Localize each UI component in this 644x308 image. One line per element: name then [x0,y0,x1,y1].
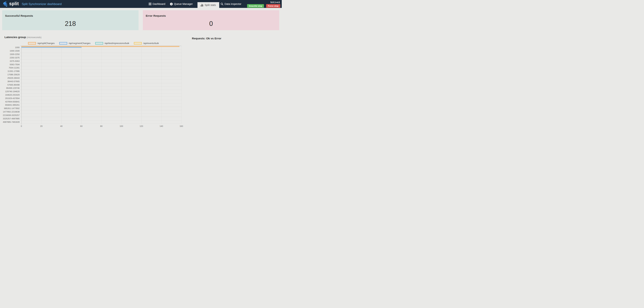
graceful-stop-button[interactable]: Graceful stop [247,4,264,8]
y-tick-label: 1500-2250 [10,53,20,55]
latencies-title-unit: (microseconds) [27,36,42,39]
requests-chart-section: Requests: Ok vs Error [187,30,282,124]
y-tick-label: 86498-129746 [6,87,20,89]
y-tick-label: 17086-25629 [7,74,20,76]
nav-item-queue-manager[interactable]: Queue Manager [170,2,193,6]
nav-meta: 5.0.1-rc1 Graceful stop Force stop [247,0,280,8]
y-tick-label: 985261-1477892 [4,107,20,110]
latencies-chart-section: Latencies group(microseconds) /api/split… [0,30,187,124]
row-gridline [20,83,181,83]
x-tick-label: 20 [40,125,42,127]
y-tick-label: 194620-291929 [5,94,20,96]
y-tick-label: 5063-7594 [10,64,20,66]
legend-item[interactable]: /api/events/bulk [134,42,159,44]
y-tick-label: 11391-17086 [8,70,20,72]
legend-item[interactable]: /api/testImpressions/bulk [95,42,130,44]
row-gridline [20,114,181,114]
y-tick-label: 3325257-4987885 [3,118,20,120]
y-tick-label: 38443-57665 [7,80,20,82]
y-tick-label: 656841-985261 [5,104,20,106]
y-tick-label: 4987885-7481828 [3,121,20,123]
x-gridline [181,46,182,124]
legend-label: /api/events/bulk [143,42,159,44]
legend-item[interactable]: /api/segmentChanges [59,42,90,44]
search-icon [221,3,223,6]
info-icon [170,3,173,6]
y-tick-label: 57665-86498 [7,84,20,86]
y-tick-label: 25629-38443 [7,77,20,79]
legend-swatch [28,42,36,44]
logotype: split [9,1,19,6]
x-tick-label: 100 [120,125,123,127]
successful-requests-value: 218 [5,20,136,28]
y-tick-label: 1477892-2216838 [3,111,20,113]
bar-api-segmentChanges [22,47,82,48]
main-content: Latencies group(microseconds) /api/split… [0,30,282,124]
row-gridline [20,117,181,117]
navbar: split Split Synchronizer dashboard Dashb… [0,0,282,8]
requests-title: Requests: Ok vs Error [192,37,282,40]
legend-label: /api/segmentChanges [69,42,90,44]
row-gridline [20,90,181,90]
latencies-title-text: Latencies group [4,36,26,39]
card-title: Error Requests [146,14,276,18]
x-tick-label: 0 [21,125,22,127]
x-tick-label: 160 [180,125,183,127]
y-tick-label: 129746-194620 [5,90,20,92]
force-stop-button[interactable]: Force stop [266,4,280,8]
app-title: Split Synchronizer dashboard [22,2,62,6]
x-tick-label: 60 [80,125,82,127]
nav-item-data-inspector[interactable]: Data inspector [221,2,242,6]
latencies-title: Latencies group(microseconds) [4,36,187,39]
x-gridline [161,46,162,124]
row-gridline [20,73,181,73]
x-tick-label: 120 [140,125,143,127]
y-tick-label: 1000-1500 [10,50,20,52]
row-gridline [20,120,181,120]
y-tick-label: 2216838-3325257 [3,114,20,116]
y-tick-label: 1000 [15,46,20,48]
nav-item-label: Data inspector [224,2,242,6]
row-gridline [20,49,181,50]
legend-swatch [59,42,67,44]
nav-item-label: Queue Manager [174,2,193,6]
row-gridline [20,93,181,94]
card-title: Successful Requests [5,14,136,18]
x-gridline [101,46,102,124]
x-tick-label: 140 [160,125,163,127]
nav-menu: Dashboard Queue Manager Split stats [149,0,282,8]
nav-item-label: Split stats [205,4,216,6]
legend-swatch [95,42,103,44]
x-gridline [62,46,62,124]
legend-item[interactable]: /api/splitChanges [28,42,54,44]
error-requests-value: 0 [146,20,276,28]
version-label: 5.0.1-rc1 [270,1,280,4]
chart-legend: /api/splitChanges/api/segmentChanges/api… [0,42,187,44]
stat-cards-row: Successful Requests 218 Error Requests 0 [2,10,279,30]
brand: split Split Synchronizer dashboard [0,1,62,7]
y-tick-label: 437894-656841 [5,101,20,103]
y-tick-label: 7594-11391 [8,67,20,69]
legend-label: /api/testImpressions/bulk [104,42,130,44]
row-gridline [20,80,181,80]
row-gridline [20,96,181,97]
nav-item-dashboard[interactable]: Dashboard [149,2,165,6]
grid-icon [149,3,151,5]
row-gridline [20,103,181,104]
y-tick-label: 291929-437894 [5,97,20,99]
y-tick-label: 3375-5063 [10,60,20,62]
split-logo-icon [2,1,8,7]
latencies-plot[interactable]: 02040608010012014016010001000-15001500-2… [22,46,181,124]
legend-label: /api/splitChanges [38,42,54,44]
successful-requests-card: Successful Requests 218 [2,10,138,30]
row-gridline [20,59,181,60]
stop-buttons: Graceful stop Force stop [247,4,280,8]
legend-swatch [134,42,142,44]
x-tick-label: 40 [60,125,62,127]
nav-tab-split-stats[interactable]: Split stats [198,2,219,8]
row-gridline [20,63,181,63]
x-gridline [41,46,42,124]
error-requests-card: Error Requests 0 [143,10,279,30]
nav-item-label: Dashboard [152,2,165,6]
y-tick-label: 2250-3375 [10,56,20,59]
